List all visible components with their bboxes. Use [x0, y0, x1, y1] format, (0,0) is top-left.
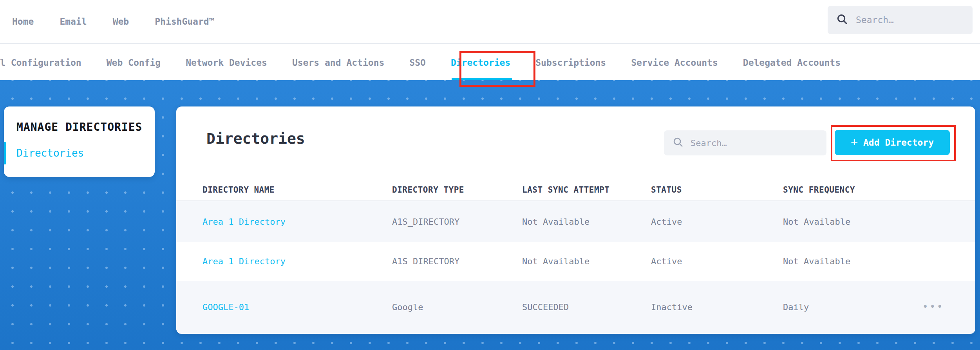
- directory-type-value: Google: [392, 302, 522, 312]
- sidebar-item-directories[interactable]: Directories: [16, 147, 84, 159]
- manage-directories-panel: MANAGE DIRECTORIES Directories: [4, 106, 155, 177]
- tab-directories[interactable]: Directories: [451, 45, 510, 80]
- add-directory-label: Add Directory: [863, 137, 934, 148]
- last-sync-value: Not Available: [522, 256, 651, 266]
- app-window: Home Email Web PhishGuard™ l Configurati…: [0, 0, 980, 350]
- nav-item-phishguard[interactable]: PhishGuard™: [155, 16, 214, 27]
- top-navigation-bar: Home Email Web PhishGuard™: [0, 0, 980, 44]
- sync-frequency-value: Not Available: [783, 217, 922, 227]
- tab-users-and-actions[interactable]: Users and Actions: [292, 45, 384, 80]
- settings-tab-bar: l Configuration Web Config Network Devic…: [0, 45, 980, 80]
- row-actions-menu-icon[interactable]: •••: [922, 301, 944, 312]
- top-nav-items: Home Email Web PhishGuard™: [0, 16, 215, 27]
- tab-network-devices[interactable]: Network Devices: [186, 45, 267, 80]
- sync-frequency-value: Daily: [783, 302, 922, 312]
- sidebar-active-indicator: [4, 142, 6, 164]
- table-row: GOOGLE-01 Google SUCCEEDED Inactive Dail…: [176, 281, 975, 334]
- status-value: Active: [651, 217, 783, 227]
- tab-sso[interactable]: SSO: [409, 45, 426, 80]
- sync-frequency-value: Not Available: [783, 256, 922, 266]
- directory-type-value: A1S_DIRECTORY: [392, 217, 522, 227]
- settings-tabs: l Configuration Web Config Network Devic…: [0, 45, 980, 80]
- global-search-box[interactable]: [828, 6, 973, 34]
- column-header-directory-name: DIRECTORY NAME: [203, 185, 392, 195]
- directory-type-value: A1S_DIRECTORY: [392, 256, 522, 266]
- global-search-input[interactable]: [856, 15, 958, 25]
- search-icon: [836, 13, 848, 27]
- tab-directories-label: Directories: [451, 58, 510, 68]
- directory-name-link[interactable]: Area 1 Directory: [203, 256, 392, 266]
- search-icon: [673, 137, 683, 149]
- page-title: Directories: [206, 130, 305, 147]
- last-sync-value: Not Available: [522, 217, 651, 227]
- workspace-background: MANAGE DIRECTORIES Directories Directori…: [0, 80, 980, 350]
- sidebar-title: MANAGE DIRECTORIES: [16, 121, 142, 134]
- last-sync-value: SUCCEEDED: [522, 302, 651, 312]
- nav-item-web[interactable]: Web: [113, 16, 129, 27]
- column-header-status: STATUS: [651, 185, 783, 195]
- table-header-row: DIRECTORY NAME DIRECTORY TYPE LAST SYNC …: [176, 179, 975, 201]
- directory-name-link[interactable]: GOOGLE-01: [203, 302, 392, 312]
- status-value: Active: [651, 256, 783, 266]
- column-header-directory-type: DIRECTORY TYPE: [392, 185, 522, 195]
- tab-delegated-accounts[interactable]: Delegated Accounts: [743, 45, 841, 80]
- tab-subscriptions[interactable]: Subscriptions: [535, 45, 606, 80]
- tab-web-config[interactable]: Web Config: [107, 45, 161, 80]
- table-body: Area 1 Directory A1S_DIRECTORY Not Avail…: [176, 201, 975, 334]
- nav-item-home[interactable]: Home: [12, 16, 34, 27]
- column-header-sync-frequency: SYNC FREQUENCY: [783, 185, 922, 195]
- table-row: Area 1 Directory A1S_DIRECTORY Not Avail…: [176, 242, 975, 281]
- nav-item-email[interactable]: Email: [60, 16, 87, 27]
- status-value: Inactive: [651, 302, 783, 312]
- directories-search-box[interactable]: [664, 130, 826, 155]
- tab-configuration[interactable]: l Configuration: [0, 45, 81, 80]
- add-directory-button[interactable]: + Add Directory: [835, 130, 950, 155]
- directory-name-link[interactable]: Area 1 Directory: [203, 217, 392, 227]
- table-row: Area 1 Directory A1S_DIRECTORY Not Avail…: [176, 201, 975, 242]
- directories-card: Directories + Add Directory DIRECTORY NA…: [176, 106, 975, 334]
- column-header-last-sync: LAST SYNC ATTEMPT: [522, 185, 651, 195]
- plus-icon: +: [851, 136, 858, 148]
- tab-service-accounts[interactable]: Service Accounts: [631, 45, 718, 80]
- directories-search-input[interactable]: [691, 138, 808, 148]
